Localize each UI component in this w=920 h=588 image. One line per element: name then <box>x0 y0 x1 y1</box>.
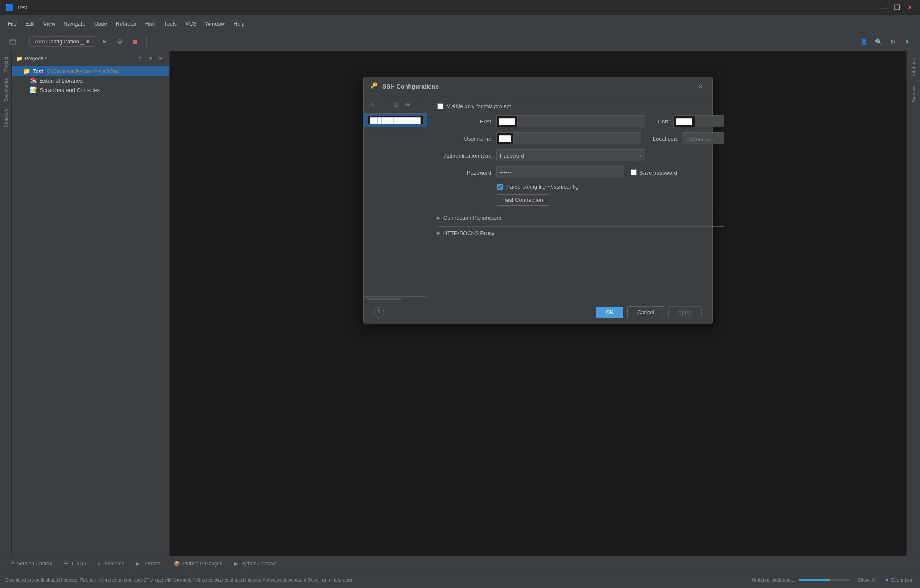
add-configuration-button[interactable]: Add Configuration _ ▾ <box>29 36 95 47</box>
config-form: Visible only for this project Host: ████… <box>427 96 735 301</box>
http-socks-section[interactable]: ▶ HTTP/SOCKS Proxy <box>437 226 725 240</box>
app-logo: 🟦 <box>5 3 14 11</box>
password-input[interactable] <box>496 166 624 178</box>
scratches-icon: 📝 <box>30 86 37 93</box>
http-socks-label: HTTP/SOCKS Proxy <box>443 230 494 236</box>
test-connection-button[interactable]: Test Connection <box>497 194 549 206</box>
editor-area: 🔑 SSH Configurations ✕ + − ⧉ ✏ <box>170 51 906 556</box>
tab-python-console[interactable]: ▶ Python Console <box>229 559 282 568</box>
menu-vcs[interactable]: VCS <box>181 19 201 29</box>
add-config-item-btn[interactable]: + <box>367 100 377 110</box>
auth-type-row: Authentication type: Password Key pair (… <box>437 149 725 161</box>
local-port-input[interactable] <box>682 132 724 144</box>
project-panel-title[interactable]: 📁 Project ▾ <box>16 55 47 62</box>
bookmarks-icon[interactable]: Bookmarks <box>3 76 9 104</box>
tree-item-scratches[interactable]: 📝 Scratches and Consoles <box>12 85 169 95</box>
sciview-tab[interactable]: SciView <box>910 82 917 106</box>
dialog-body: + − ⧉ ✏ █████████████ <box>364 96 712 301</box>
menu-file[interactable]: File <box>3 19 21 29</box>
debug-btn[interactable] <box>114 36 126 48</box>
auth-type-select[interactable]: Password Key pair (OpenSSH or PuTTY) Ope… <box>496 149 645 161</box>
parse-config-checkbox[interactable] <box>497 184 503 190</box>
username-label: User name: <box>437 135 493 142</box>
toolbar-sep-2 <box>146 37 147 47</box>
toolbar-right: 👤 🔍 ⚙ ● <box>858 36 913 48</box>
minimize-btn[interactable]: — <box>879 3 889 13</box>
menu-view[interactable]: View <box>39 19 59 29</box>
connection-params-section[interactable]: ▶ Connection Parameters <box>437 211 725 224</box>
edit-config-item-btn[interactable]: ✏ <box>403 100 413 110</box>
username-input[interactable] <box>513 132 641 144</box>
remove-config-item-btn[interactable]: − <box>379 100 389 110</box>
parse-config-label: Parse config file ~/.ssh/config <box>506 184 578 190</box>
right-strip: Database SciView <box>906 51 920 556</box>
close-btn[interactable]: ✕ <box>905 3 915 13</box>
svg-rect-4 <box>133 40 137 44</box>
menu-tools[interactable]: Tools <box>160 19 181 29</box>
modal-overlay: 🔑 SSH Configurations ✕ + − ⧉ ✏ <box>170 51 906 556</box>
menu-window[interactable]: Window <box>201 19 229 29</box>
toolbar-project-btn[interactable] <box>7 36 19 48</box>
tab-problems[interactable]: ℹ Problems <box>93 559 129 568</box>
username-row: User name: ███ Local port: <box>437 132 725 144</box>
python-packages-icon: 📦 <box>174 561 180 567</box>
ok-button[interactable]: OK <box>596 307 623 318</box>
copy-config-item-btn[interactable]: ⧉ <box>391 100 401 110</box>
menu-code[interactable]: Code <box>90 19 112 29</box>
structure-icon[interactable]: Structure <box>3 106 9 130</box>
status-message: Download pre-built shared indexes: Reduc… <box>5 577 745 582</box>
menu-edit[interactable]: Edit <box>21 19 39 29</box>
collapse-all-btn[interactable]: ≡ <box>136 54 144 63</box>
tree-item-test[interactable]: 📁 Test D:\Document\PycharmProject\Test <box>12 66 169 76</box>
tab-version-control[interactable]: ⎇ Version Control <box>3 559 57 568</box>
tab-python-packages[interactable]: 📦 Python Packages <box>169 559 227 568</box>
host-input[interactable] <box>518 115 645 127</box>
project-toggle-icon[interactable]: Project <box>3 54 9 74</box>
menu-navigate[interactable]: Navigate <box>59 19 89 29</box>
run-btn[interactable] <box>98 36 110 48</box>
app-title: Test <box>17 4 27 11</box>
help-button[interactable]: ? <box>374 307 384 318</box>
tab-terminal[interactable]: ▶ Terminal <box>131 559 167 568</box>
scrollbar-thumb[interactable] <box>367 298 401 300</box>
ssh-dialog: 🔑 SSH Configurations ✕ + − ⧉ ✏ <box>363 77 713 324</box>
settings-btn[interactable]: ⚙ <box>887 36 899 48</box>
save-password-checkbox[interactable] <box>631 169 637 175</box>
close-panel-btn[interactable]: ✕ <box>156 54 165 63</box>
problems-icon: ℹ <box>98 561 100 567</box>
project-panel-header: 📁 Project ▾ ≡ ⚙ ✕ <box>12 51 169 66</box>
config-list: + − ⧉ ✏ █████████████ <box>364 96 427 301</box>
config-list-selected-item[interactable]: █████████████ <box>364 114 427 127</box>
svg-point-3 <box>119 41 121 43</box>
left-strip: Project Bookmarks Structure <box>0 51 12 556</box>
search-btn[interactable]: 🔍 <box>872 36 884 48</box>
port-input[interactable] <box>695 115 724 127</box>
menu-help[interactable]: Help <box>229 19 249 29</box>
toolbar-sep-1 <box>24 37 24 47</box>
database-tab[interactable]: Database <box>910 54 917 81</box>
menu-run[interactable]: Run <box>141 19 160 29</box>
tree-item-external-libraries[interactable]: 📚 External Libraries <box>12 76 169 85</box>
config-list-toolbar: + − ⧉ ✏ <box>364 96 427 114</box>
ssh-dialog-icon: 🔑 <box>371 82 379 91</box>
settings-small-btn[interactable]: ⚙ <box>146 54 155 63</box>
maximize-btn[interactable]: ❐ <box>892 3 902 13</box>
status-indicator[interactable]: ● <box>901 36 913 48</box>
visible-only-checkbox[interactable] <box>437 103 443 109</box>
apply-button[interactable]: Apply <box>668 306 702 318</box>
cancel-button[interactable]: Cancel <box>627 306 664 318</box>
dialog-close-button[interactable]: ✕ <box>695 81 705 92</box>
python-console-icon: ▶ <box>234 561 238 567</box>
dialog-footer: ? OK Cancel Apply <box>364 301 712 324</box>
status-right: Updating skeletons... Show all ● Event L… <box>752 577 915 583</box>
dialog-horizontal-scrollbar[interactable] <box>364 296 427 301</box>
version-control-icon: ⎇ <box>9 561 14 567</box>
user-btn[interactable]: 👤 <box>858 36 870 48</box>
event-log-btn[interactable]: ● Event Log <box>883 577 915 583</box>
connection-params-arrow-icon: ▶ <box>437 215 441 220</box>
show-all-btn[interactable]: Show all <box>855 577 878 582</box>
tab-todo[interactable]: ☰ TODO <box>59 559 91 568</box>
stop-btn[interactable] <box>129 36 141 48</box>
project-dropdown-icon[interactable]: ▾ <box>45 56 47 61</box>
menu-refactor[interactable]: Refactor <box>112 19 141 29</box>
